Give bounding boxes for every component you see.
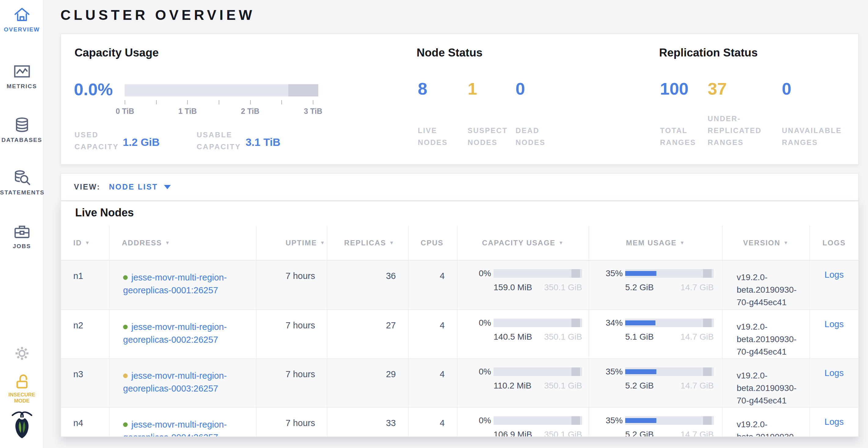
- mem-usage-bar-line: 34%: [601, 318, 722, 328]
- view-label: VIEW:: [74, 182, 100, 191]
- capacity-usage-bar-track: [494, 368, 582, 376]
- mem-usage-bar-marker: [703, 319, 712, 327]
- capacity-usage-bar-track: [494, 269, 582, 278]
- capacity-usage-total-value: 350.1 GiB: [544, 430, 582, 437]
- table-header-row: ID ▼ ADDRESS ▼ UPTIME ▼ REPLICAS ▼ CPUS: [61, 226, 858, 261]
- column-header-label: UPTIME: [285, 239, 317, 247]
- sort-arrow-icon: ▼: [85, 240, 90, 246]
- column-header-version[interactable]: VERSION ▼: [722, 226, 809, 260]
- capacity-usage-percent: 0%: [470, 318, 491, 328]
- live-nodes-label: LIVE NODES: [418, 125, 453, 148]
- axis-tick: [125, 100, 125, 104]
- axis-tick-label: 0 TiB: [111, 107, 139, 116]
- under-replicated-ranges-count: 37: [708, 79, 726, 99]
- capacity-usage-values: 110.2 MiB350.1 GiB: [494, 381, 582, 391]
- column-header-id[interactable]: ID ▼: [61, 226, 109, 260]
- logs-cell: Logs: [809, 408, 858, 437]
- capacity-usage-values: 140.5 MiB350.1 GiB: [494, 332, 582, 342]
- column-header-capacity-usage[interactable]: CAPACITY USAGE ▼: [457, 226, 589, 260]
- capacity-usage-used-value: 106.9 MiB: [494, 430, 532, 437]
- mem-usage-bar-marker: [703, 269, 712, 278]
- view-dropdown[interactable]: NODE LIST: [109, 182, 171, 191]
- capacity-usage-bar-marker: [571, 368, 580, 376]
- mem-usage-used-value: 5.2 GiB: [625, 430, 654, 437]
- statements-icon: [13, 170, 31, 187]
- capacity-percent-value: 0.0%: [74, 79, 113, 99]
- version-cell: v19.2.0-beta.20190930-70-g445ec41: [722, 359, 809, 407]
- column-header-cpus[interactable]: CPUS: [408, 226, 457, 260]
- node-address-link[interactable]: jesse-movr-multi-region-georeplicas-0004…: [123, 420, 227, 437]
- mem-usage-bar-line: 35%: [601, 367, 722, 377]
- unlocked-padlock-icon: [13, 386, 31, 391]
- mem-usage-values: 5.1 GiB14.7 GiB: [625, 332, 714, 342]
- logs-link[interactable]: Logs: [825, 368, 844, 378]
- mem-usage-bar-track: [625, 368, 714, 376]
- used-capacity-value: 1.2 GiB: [123, 136, 160, 148]
- logs-link[interactable]: Logs: [825, 270, 844, 280]
- mem-usage-percent: 35%: [601, 416, 623, 425]
- capacity-usage-bar-marker: [571, 319, 580, 327]
- home-icon: [13, 7, 31, 24]
- node-address-link[interactable]: jesse-movr-multi-region-georeplicas-0002…: [123, 322, 227, 345]
- mem-usage-percent: 34%: [601, 318, 623, 328]
- sidebar-item-databases[interactable]: DATABASES: [0, 117, 44, 143]
- sidebar-item-overview[interactable]: OVERVIEW: [0, 7, 44, 33]
- axis-tick: [156, 100, 157, 104]
- capacity-usage-total-value: 350.1 GiB: [544, 381, 582, 391]
- node-address-cell: jesse-movr-multi-region-georeplicas-0004…: [109, 408, 256, 437]
- suspect-nodes-count: 1: [468, 79, 477, 99]
- node-address-link[interactable]: jesse-movr-multi-region-georeplicas-0003…: [123, 371, 227, 393]
- healthy-status-dot: [123, 275, 128, 280]
- sidebar-item-label: JOBS: [0, 243, 44, 250]
- mem-usage-total-value: 14.7 GiB: [680, 381, 714, 391]
- node-id-cell: n3: [61, 359, 109, 407]
- replication-status-heading: Replication Status: [659, 46, 758, 59]
- axis-tick-label: 2 TiB: [237, 107, 264, 116]
- logs-link[interactable]: Logs: [825, 417, 844, 427]
- version-cell: v19.2.0-beta.20190930-70-g445ec41: [722, 408, 809, 437]
- mem-usage: 35%5.2 GiB14.7 GiB: [589, 359, 722, 407]
- capacity-usage-percent: 0%: [470, 416, 491, 425]
- capacity-usage-bar-line: 0%: [470, 367, 589, 377]
- logs-link[interactable]: Logs: [825, 319, 844, 329]
- cpus-cell: 4: [408, 261, 457, 309]
- sidebar-item-jobs[interactable]: JOBS: [0, 223, 44, 250]
- mem-usage-percent: 35%: [601, 269, 623, 278]
- gear-icon: [13, 358, 31, 363]
- column-header-label: MEM USAGE: [626, 239, 677, 247]
- column-header-label: CAPACITY USAGE: [482, 239, 555, 247]
- insecure-mode-indicator[interactable]: [0, 373, 44, 392]
- capacity-usage-used-value: 140.5 MiB: [494, 332, 532, 342]
- column-header-replicas[interactable]: REPLICAS ▼: [327, 226, 408, 260]
- mem-usage-bar-track: [625, 416, 714, 425]
- mem-usage-bar-marker: [703, 416, 712, 425]
- mem-usage-bar-fill: [625, 418, 656, 423]
- axis-tick: [250, 100, 251, 104]
- healthy-status-dot: [123, 325, 128, 329]
- capacity-usage: 0%106.9 MiB350.1 GiB: [457, 408, 589, 437]
- sidebar-item-metrics[interactable]: METRICS: [0, 64, 44, 90]
- node-address-cell: jesse-movr-multi-region-georeplicas-0003…: [109, 359, 256, 407]
- healthy-status-dot: [123, 422, 128, 427]
- column-header-mem-usage[interactable]: MEM USAGE ▼: [589, 226, 722, 260]
- sidebar-item-statements[interactable]: STATEMENTS: [0, 170, 44, 196]
- capacity-usage-bar-track: [494, 319, 582, 327]
- mem-usage-bar-line: 35%: [601, 416, 722, 425]
- cockroachdb-logo[interactable]: [0, 409, 44, 440]
- axis-tick: [187, 100, 188, 104]
- node-address-link[interactable]: jesse-movr-multi-region-georeplicas-0001…: [123, 273, 227, 295]
- mem-usage-total-value: 14.7 GiB: [680, 430, 714, 437]
- cpus-cell: 4: [408, 408, 457, 437]
- total-ranges-label: TOTAL RANGES: [660, 125, 703, 148]
- capacity-usage-bar-marker: [571, 416, 580, 425]
- version-value: v19.2.0-beta.20190930-70-g445ec41: [737, 418, 802, 437]
- mem-usage-values: 5.2 GiB14.7 GiB: [625, 430, 714, 437]
- jobs-icon: [13, 223, 31, 240]
- settings-button[interactable]: [0, 345, 44, 363]
- logs-cell: Logs: [809, 261, 858, 309]
- version-value: v19.2.0-beta.20190930-70-g445ec41: [737, 369, 802, 407]
- column-header-uptime[interactable]: UPTIME ▼: [256, 226, 327, 260]
- column-header-address[interactable]: ADDRESS ▼: [109, 226, 256, 260]
- version-value: v19.2.0-beta.20190930-70-g445ec41: [737, 271, 802, 309]
- node-id-cell: n4: [61, 408, 109, 437]
